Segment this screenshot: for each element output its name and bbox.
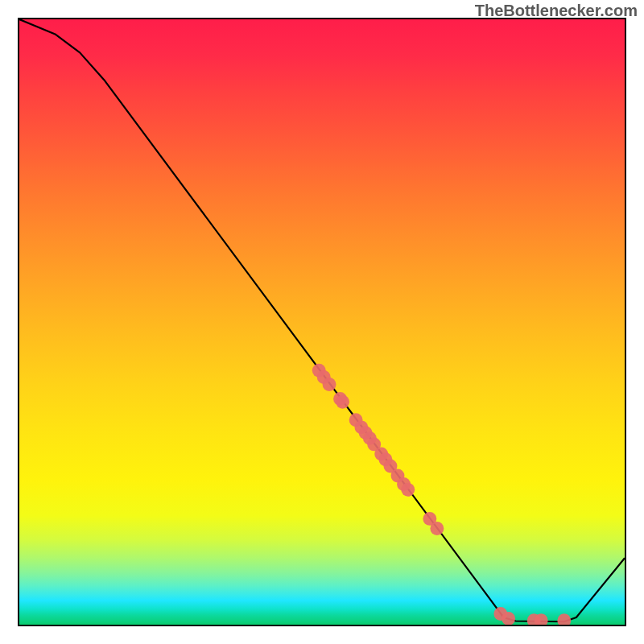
scatter-point xyxy=(323,378,336,391)
plot-area xyxy=(18,18,626,626)
scatter-points xyxy=(312,364,571,625)
attribution-text: TheBottlenecker.com xyxy=(475,2,638,20)
scatter-point xyxy=(430,522,444,535)
chart-container: TheBottlenecker.com xyxy=(0,0,644,644)
chart-overlay xyxy=(19,19,625,625)
scatter-point xyxy=(336,395,349,409)
bottleneck-curve xyxy=(19,19,625,621)
scatter-point xyxy=(557,613,571,625)
scatter-point xyxy=(401,483,415,497)
